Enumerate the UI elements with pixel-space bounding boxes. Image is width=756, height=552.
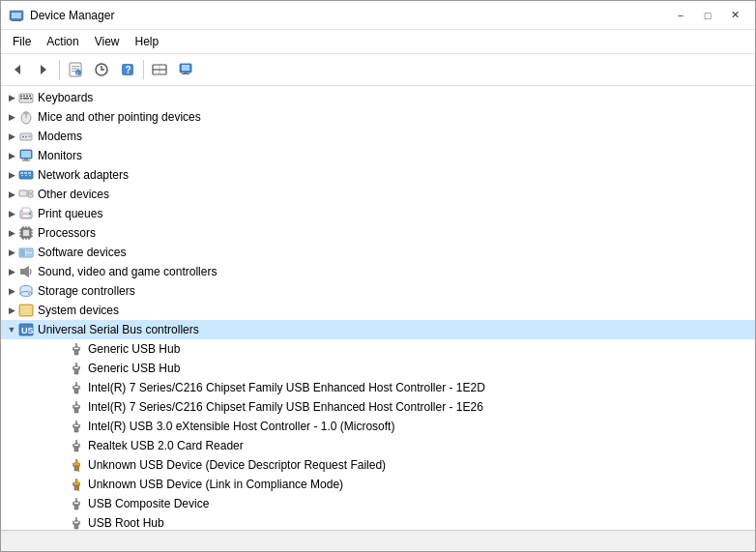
svg-rect-97 xyxy=(74,505,78,509)
forward-button[interactable] xyxy=(31,57,56,82)
svg-rect-40 xyxy=(22,160,30,161)
modems-label: Modems xyxy=(38,130,82,143)
expand-usb-intel1 xyxy=(55,381,69,394)
maximize-button[interactable]: □ xyxy=(695,6,720,25)
svg-rect-36 xyxy=(28,136,31,137)
expand-print[interactable]: ▶ xyxy=(5,207,18,220)
expand-mice[interactable]: ▶ xyxy=(5,110,18,124)
tree-item-usb-root1[interactable]: USB Root Hub xyxy=(1,513,755,530)
tree-item-usb[interactable]: ▼ USB Universal Serial Bus controllers xyxy=(1,320,755,339)
processors-label: Processors xyxy=(38,226,96,240)
minimize-button[interactable]: − xyxy=(668,6,693,25)
monitors-icon xyxy=(18,148,34,163)
mice-icon xyxy=(18,109,34,125)
tree-item-software[interactable]: ▶ Software devices xyxy=(1,243,755,262)
expand-usb-unknown1 xyxy=(55,458,69,472)
tree-item-usb-realtek[interactable]: Realtek USB 2.0 Card Reader xyxy=(1,436,755,455)
tree-item-usb-generic2[interactable]: Generic USB Hub xyxy=(1,359,755,378)
expand-modems[interactable]: ▶ xyxy=(5,130,18,143)
title-controls: − □ ✕ xyxy=(668,6,747,25)
back-button[interactable] xyxy=(5,57,30,82)
title-bar-left: Device Manager xyxy=(9,8,114,23)
svg-rect-89 xyxy=(74,427,78,432)
expand-monitors[interactable]: ▶ xyxy=(5,149,18,162)
expand-usb-realtek xyxy=(55,439,69,452)
system-label: System devices xyxy=(38,304,119,317)
tree-item-modems[interactable]: ▶ Modems xyxy=(1,127,755,146)
network-label: Network adapters xyxy=(38,168,129,182)
monitor-button[interactable] xyxy=(173,57,198,82)
update-button[interactable] xyxy=(89,57,114,82)
svg-point-35 xyxy=(25,136,27,138)
usb-generic1-label: Generic USB Hub xyxy=(88,342,180,356)
expand-usb-intel3 xyxy=(55,420,69,433)
properties-button[interactable]: i xyxy=(63,57,88,82)
tree-item-other[interactable]: ▶ Other devices xyxy=(1,185,755,204)
menu-view[interactable]: View xyxy=(87,32,128,51)
usb-intel2-label: Intel(R) 7 Series/C216 Chipset Family US… xyxy=(88,400,483,414)
tree-item-storage[interactable]: ▶ Storage controllers xyxy=(1,281,755,301)
expand-storage[interactable]: ▶ xyxy=(5,284,18,298)
other-icon xyxy=(18,187,34,202)
usb-root1-label: USB Root Hub xyxy=(88,516,164,530)
usb-realtek-icon xyxy=(69,438,84,453)
svg-rect-26 xyxy=(29,96,31,98)
expand-usb-root1 xyxy=(55,516,69,530)
tree-item-usb-intel3[interactable]: Intel(R) USB 3.0 eXtensible Host Control… xyxy=(1,417,755,436)
usb-realtek-label: Realtek USB 2.0 Card Reader xyxy=(88,439,244,452)
tree-item-sound[interactable]: ▶ Sound, video and game controllers xyxy=(1,262,755,281)
svg-rect-70 xyxy=(20,249,25,256)
expand-usb[interactable]: ▼ xyxy=(5,323,18,336)
close-button[interactable]: ✕ xyxy=(722,6,747,25)
svg-rect-87 xyxy=(74,389,78,393)
svg-rect-45 xyxy=(21,175,23,176)
expand-keyboards[interactable]: ▶ xyxy=(5,91,18,104)
usb-intel1-label: Intel(R) 7 Series/C216 Chipset Family US… xyxy=(88,381,485,394)
svg-rect-88 xyxy=(74,408,78,413)
tree-item-usb-unknown2[interactable]: ! Unknown USB Device (Link in Compliance… xyxy=(1,475,755,494)
svg-rect-49 xyxy=(28,190,33,193)
tree-item-network[interactable]: ▶ Network adapters xyxy=(1,165,755,185)
tree-item-mice[interactable]: ▶ Mice and other pointing devices xyxy=(1,107,755,127)
svg-rect-71 xyxy=(26,249,32,252)
svg-rect-50 xyxy=(28,194,33,197)
tree-item-monitors[interactable]: ▶ Monitors xyxy=(1,146,755,165)
svg-point-34 xyxy=(22,136,24,138)
tree-item-usb-unknown1[interactable]: ! Unknown USB Device (Device Descriptor … xyxy=(1,455,755,475)
scan-button[interactable] xyxy=(147,57,172,82)
svg-rect-53 xyxy=(22,215,30,218)
tree-item-system[interactable]: ▶ System devices xyxy=(1,301,755,320)
menu-action[interactable]: Action xyxy=(39,32,86,51)
expand-other[interactable]: ▶ xyxy=(5,188,18,201)
help-button[interactable]: ? xyxy=(115,57,140,82)
usb-generic2-label: Generic USB Hub xyxy=(88,362,180,375)
svg-rect-72 xyxy=(26,253,32,256)
svg-rect-44 xyxy=(28,172,31,174)
menu-file[interactable]: File xyxy=(5,32,39,51)
expand-system[interactable]: ▶ xyxy=(5,304,18,317)
tree-item-usb-intel1[interactable]: Intel(R) 7 Series/C216 Chipset Family US… xyxy=(1,378,755,397)
tree-item-print[interactable]: ▶ Print queues xyxy=(1,204,755,223)
tree-item-usb-generic1[interactable]: Generic USB Hub xyxy=(1,339,755,359)
expand-usb-intel2 xyxy=(55,400,69,414)
device-tree[interactable]: ▶ Keyboards ▶ xyxy=(1,86,755,530)
usb-intel1-icon xyxy=(69,380,84,395)
expand-usb-composite xyxy=(55,497,69,510)
svg-rect-24 xyxy=(23,96,25,98)
tree-item-processors[interactable]: ▶ xyxy=(1,223,755,243)
expand-sound[interactable]: ▶ xyxy=(5,265,18,278)
software-label: Software devices xyxy=(38,246,126,259)
menu-help[interactable]: Help xyxy=(128,32,167,51)
usb-root-icon: USB xyxy=(18,322,34,337)
tree-item-keyboards[interactable]: ▶ Keyboards xyxy=(1,88,755,107)
toolbar-separator-2 xyxy=(143,60,144,79)
expand-network[interactable]: ▶ xyxy=(5,168,18,182)
tree-item-usb-composite[interactable]: USB Composite Device xyxy=(1,494,755,513)
svg-text:?: ? xyxy=(126,65,131,75)
tree-item-usb-intel2[interactable]: Intel(R) 7 Series/C216 Chipset Family US… xyxy=(1,397,755,417)
sound-icon xyxy=(18,264,34,279)
expand-processors[interactable]: ▶ xyxy=(5,226,18,240)
app-icon xyxy=(9,8,24,23)
storage-label: Storage controllers xyxy=(38,284,135,298)
expand-software[interactable]: ▶ xyxy=(5,246,18,259)
